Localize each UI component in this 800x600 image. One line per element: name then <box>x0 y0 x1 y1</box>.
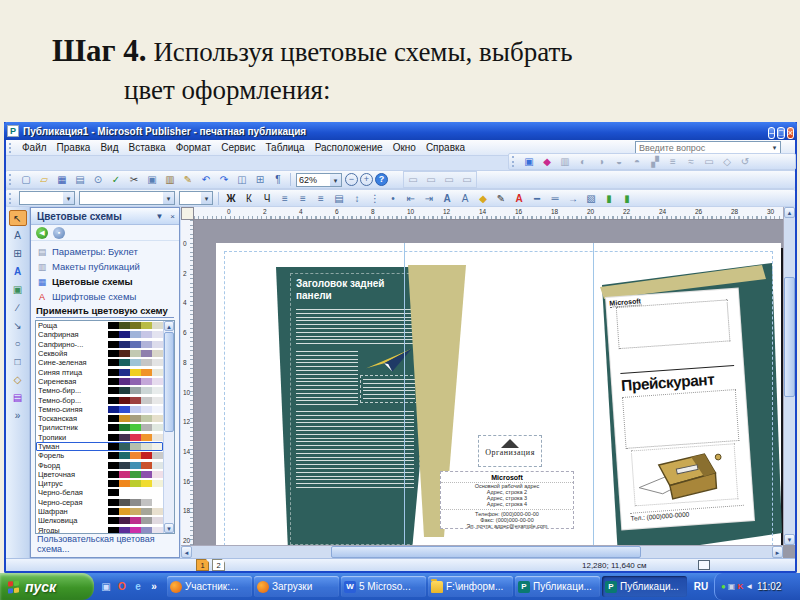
color-scheme-list[interactable]: РощаСапфирнаяСапфирно-...СеквойяСине-зел… <box>35 320 175 534</box>
scheme-item[interactable]: Сине-зеленая <box>36 358 163 367</box>
menu-Расположение[interactable]: Расположение <box>310 141 388 154</box>
taskbar-button[interactable]: PПубликаци... <box>515 576 600 597</box>
horizontal-scrollbar[interactable]: ◄ ► <box>181 545 783 558</box>
new-icon[interactable]: ▢ <box>18 172 34 187</box>
align-right-icon[interactable]: ≡ <box>313 191 329 206</box>
pane-link-options[interactable]: ▤Параметры: Буклет <box>35 244 175 259</box>
line-color-icon[interactable]: ✎ <box>493 191 509 206</box>
scheme-item[interactable]: Сиреневая <box>36 377 163 386</box>
wordart-tool[interactable]: A <box>9 264 27 280</box>
language-indicator[interactable]: RU <box>688 581 714 592</box>
dash-style-icon[interactable]: ═ <box>547 191 563 206</box>
toolbar-options-chevron-icon[interactable]: » <box>9 408 27 424</box>
menu-Вставка[interactable]: Вставка <box>123 141 170 154</box>
page-2-button[interactable]: 2 <box>212 559 225 571</box>
help-icon[interactable]: ? <box>375 173 388 186</box>
scheme-item[interactable]: Темно-бор... <box>36 395 163 404</box>
taskbar-button[interactable]: PПубликаци... <box>602 576 687 597</box>
print-icon[interactable]: ▤ <box>72 172 88 187</box>
zoom-out-icon[interactable]: − <box>345 173 358 186</box>
printer-clipart[interactable] <box>631 443 739 506</box>
internet-explorer-icon[interactable]: e <box>131 580 145 594</box>
line-width-icon[interactable]: ━ <box>529 191 545 206</box>
paper-airplane-clipart[interactable] <box>360 347 418 373</box>
color-mode-icon[interactable]: ▥ <box>557 154 573 169</box>
bullets-icon[interactable]: • <box>385 191 401 206</box>
start-button[interactable]: пуск <box>0 573 94 600</box>
dropdown-icon[interactable]: ▾ <box>769 142 780 153</box>
align-center-icon[interactable]: ≡ <box>295 191 311 206</box>
rotate-left-icon[interactable]: ▭ <box>441 172 457 187</box>
select-pointer-tool[interactable]: ↖ <box>9 210 27 226</box>
threed-style-icon[interactable]: ▮ <box>619 191 635 206</box>
fill-style-icon[interactable]: ▮ <box>601 191 617 206</box>
scheme-item[interactable]: Тосканская <box>36 414 163 423</box>
kaspersky-icon[interactable]: K <box>737 582 743 592</box>
scroll-down-icon[interactable]: ▼ <box>784 534 795 545</box>
align-left-icon[interactable]: ≡ <box>277 191 293 206</box>
more-contrast-icon[interactable]: ◐ <box>575 154 591 169</box>
page-1-button[interactable]: 1 <box>196 559 209 571</box>
menu-Справка[interactable]: Справка <box>421 141 470 154</box>
quicklaunch-overflow-icon[interactable]: » <box>147 580 161 594</box>
scrollbar-thumb[interactable] <box>331 546 641 558</box>
scrollbar-thumb[interactable] <box>164 332 174 432</box>
design-gallery-tool[interactable]: ▤ <box>9 390 27 406</box>
close-button[interactable]: × <box>787 127 794 139</box>
menu-Сервис[interactable]: Сервис <box>216 141 260 154</box>
increase-indent-icon[interactable]: ⇥ <box>421 191 437 206</box>
oval-tool[interactable]: ○ <box>9 336 27 352</box>
scheme-item[interactable]: Сапфирная <box>36 330 163 339</box>
format-picture-icon[interactable]: ▭ <box>701 154 717 169</box>
copy-icon[interactable]: ▣ <box>144 172 160 187</box>
crop-icon[interactable]: ▞ <box>647 154 663 169</box>
menu-Правка[interactable]: Правка <box>52 141 96 154</box>
format-painter-icon[interactable]: ✎ <box>180 172 196 187</box>
scheme-item[interactable]: Туман <box>36 442 163 451</box>
scheme-item[interactable]: Секвойя <box>36 349 163 358</box>
insert-table-tool[interactable]: ⊞ <box>9 246 27 262</box>
arrow-style-icon[interactable]: → <box>565 191 581 206</box>
dropdown-icon[interactable]: ▾ <box>330 174 341 186</box>
taskbar-button[interactable]: Загрузки <box>254 576 339 597</box>
pane-link-layouts[interactable]: ▥Макеты публикаций <box>35 259 175 274</box>
numbering-icon[interactable]: ⋮ <box>367 191 383 206</box>
underline-button[interactable]: Ч <box>259 191 275 206</box>
brochure-page[interactable]: Заголовок задней панели <box>216 243 781 545</box>
zoom-in-icon[interactable]: + <box>360 173 373 186</box>
pane-back-button[interactable]: ◀ <box>36 227 48 239</box>
taskbar-button[interactable]: W5 Microso... <box>341 576 426 597</box>
rotate-right-icon[interactable]: ▭ <box>459 172 475 187</box>
insert-picture-icon[interactable]: ▣ <box>521 154 537 169</box>
front-phone[interactable]: Тел.: (000)000-0000 <box>630 505 744 522</box>
line-tool[interactable]: ∕ <box>9 300 27 316</box>
caption-box[interactable] <box>360 375 418 403</box>
dropdown-icon[interactable]: ▾ <box>163 192 174 204</box>
scheme-list-scrollbar[interactable]: ▲ ▼ <box>163 321 174 533</box>
scroll-up-icon[interactable]: ▲ <box>784 207 795 218</box>
pane-home-button[interactable]: ▪ <box>53 227 65 239</box>
save-icon[interactable]: ▦ <box>54 172 70 187</box>
taskbar-button[interactable]: Участник:... <box>167 576 252 597</box>
vertical-scrollbar[interactable]: ▲ ▼ <box>783 207 795 545</box>
taskbar-button[interactable]: F:\информ... <box>428 576 513 597</box>
vertical-ruler[interactable]: 02468101214161820 <box>181 220 194 545</box>
scroll-left-icon[interactable]: ◄ <box>181 546 192 558</box>
font-color-icon[interactable]: А <box>511 191 527 206</box>
rectangle-tool[interactable]: □ <box>9 354 27 370</box>
redo-icon[interactable]: ↷ <box>216 172 232 187</box>
ungroup-objects-icon[interactable]: ▭ <box>423 172 439 187</box>
network-status-icon[interactable]: ▣ <box>728 582 736 592</box>
scheme-item[interactable]: Черно-белая <box>36 488 163 497</box>
decrease-font-icon[interactable]: A <box>457 191 473 206</box>
menu-Окно[interactable]: Окно <box>388 141 421 154</box>
ask-question-input[interactable] <box>636 142 769 153</box>
front-panel-card[interactable]: Microsoft Прейскурант <box>606 289 754 530</box>
pane-link-color-schemes[interactable]: ▦Цветовые схемы <box>35 274 175 289</box>
scheme-item[interactable]: Цветочная <box>36 470 163 479</box>
back-panel-heading[interactable]: Заголовок задней панели <box>296 278 418 301</box>
scheme-item[interactable]: Шафран <box>36 507 163 516</box>
cut-icon[interactable]: ✂ <box>126 172 142 187</box>
shadow-style-icon[interactable]: ▧ <box>583 191 599 206</box>
autoshapes-tool[interactable]: ◇ <box>9 372 27 388</box>
